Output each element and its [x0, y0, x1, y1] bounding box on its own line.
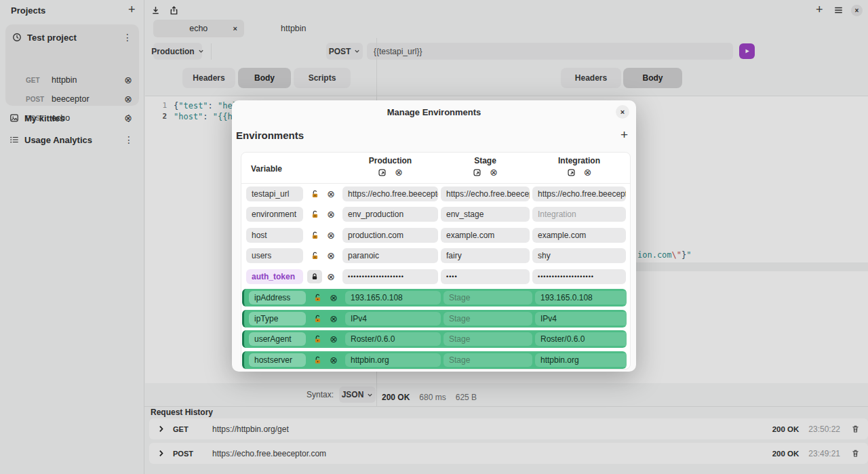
production-value-input[interactable]: IPv4: [345, 312, 441, 325]
unlock-icon[interactable]: [310, 332, 325, 347]
unlock-icon[interactable]: [310, 353, 325, 368]
integration-value-input[interactable]: Integration: [532, 207, 626, 222]
manage-environments-modal: Manage Environments × Environments + Var…: [232, 100, 636, 372]
production-value-input[interactable]: Roster/0.6.0: [345, 332, 441, 346]
modal-title: Manage Environments: [232, 107, 636, 117]
variable-column-header: Variable: [251, 164, 282, 174]
lock-icon[interactable]: [307, 270, 322, 283]
unlock-icon[interactable]: [307, 248, 322, 263]
environments-section-title: Environments: [236, 130, 304, 141]
stage-value-input[interactable]: ••••: [441, 269, 530, 284]
variable-name-input[interactable]: testapi_url: [246, 186, 303, 201]
stage-value-input[interactable]: example.com: [441, 228, 530, 243]
column-header-production: Production: [342, 156, 438, 165]
integration-value-input[interactable]: shy: [532, 248, 626, 263]
variable-name-input[interactable]: hostserver: [249, 353, 306, 367]
integration-value-input[interactable]: IPv4: [535, 312, 629, 325]
environments-table: Variable Production Stage Integration ⊗ …: [241, 152, 631, 370]
integration-value-input[interactable]: example.com: [532, 228, 626, 243]
integration-value-input[interactable]: 193.165.0.108: [535, 291, 629, 304]
delete-variable-icon[interactable]: ⊗: [330, 314, 338, 323]
unlock-icon[interactable]: [307, 186, 322, 201]
production-header-actions: ⊗: [342, 167, 438, 177]
variable-row-testapi-url: testapi_url ⊗ https://echo.free.beecepto…: [241, 186, 631, 201]
column-header-stage: Stage: [441, 156, 530, 165]
variable-name-input[interactable]: users: [246, 248, 303, 263]
delete-variable-icon[interactable]: ⊗: [330, 293, 338, 302]
delete-variable-icon[interactable]: ⊗: [327, 251, 335, 260]
delete-variable-icon[interactable]: ⊗: [330, 334, 338, 344]
variable-name-input[interactable]: ipType: [249, 312, 306, 325]
stage-value-input[interactable]: env_stage: [441, 207, 530, 222]
integration-value-input[interactable]: https://echo.free.beecepto: [532, 186, 626, 201]
variable-row-useragent: userAgent ⊗ Roster/0.6.0 Stage Roster/0.…: [242, 330, 627, 348]
variable-name-input[interactable]: ipAddress: [249, 291, 306, 304]
production-value-input[interactable]: paranoic: [342, 248, 438, 263]
stage-value-input[interactable]: Stage: [443, 312, 532, 325]
stage-header-actions: ⊗: [441, 167, 530, 177]
add-environment-button[interactable]: +: [620, 127, 628, 142]
unlock-icon[interactable]: [310, 290, 325, 305]
stage-value-input[interactable]: Stage: [443, 332, 532, 346]
duplicate-environment-icon[interactable]: [378, 168, 387, 177]
variable-row-ipaddress: ipAddress ⊗ 193.165.0.108 Stage 193.165.…: [242, 289, 627, 307]
variable-row-host: host ⊗ production.com example.com exampl…: [241, 228, 631, 243]
delete-variable-icon[interactable]: ⊗: [330, 355, 338, 365]
integration-header-actions: ⊗: [532, 167, 626, 177]
duplicate-environment-icon[interactable]: [473, 168, 481, 177]
delete-environment-icon[interactable]: ⊗: [584, 167, 592, 177]
delete-environment-icon[interactable]: ⊗: [395, 167, 403, 177]
variable-row-environment: environment ⊗ env_production env_stage I…: [241, 207, 631, 222]
production-value-input[interactable]: production.com: [342, 228, 438, 243]
delete-environment-icon[interactable]: ⊗: [490, 167, 498, 177]
variable-row-users: users ⊗ paranoic fairy shy: [241, 248, 631, 263]
production-value-input[interactable]: https://echo.free.beecepto: [342, 186, 438, 201]
column-header-integration: Integration: [532, 156, 626, 165]
stage-value-input[interactable]: fairy: [441, 248, 530, 263]
integration-value-input[interactable]: httpbin.org: [535, 353, 629, 367]
variable-row-auth-token: auth_token ⊗ •••••••••••••••••••• •••• •…: [241, 269, 631, 284]
duplicate-environment-icon[interactable]: [567, 168, 576, 177]
stage-value-input[interactable]: Stage: [443, 291, 532, 304]
production-value-input[interactable]: 193.165.0.108: [345, 291, 441, 304]
variable-name-input[interactable]: userAgent: [249, 332, 306, 346]
delete-variable-icon[interactable]: ⊗: [327, 189, 335, 199]
delete-variable-icon[interactable]: ⊗: [327, 210, 335, 219]
delete-variable-icon[interactable]: ⊗: [327, 231, 335, 240]
unlock-icon[interactable]: [310, 311, 325, 326]
table-header-divider: [241, 183, 630, 184]
api-client-window: Projects + Test project ⋮ GET httpbin ⊗ …: [0, 0, 868, 474]
variable-row-iptype: ipType ⊗ IPv4 Stage IPv4: [242, 310, 627, 328]
variable-name-input[interactable]: auth_token: [246, 269, 303, 284]
integration-value-input[interactable]: ••••••••••••••••••••: [532, 269, 626, 284]
variable-name-input[interactable]: host: [246, 228, 303, 243]
integration-value-input[interactable]: Roster/0.6.0: [535, 332, 629, 346]
unlock-icon[interactable]: [307, 207, 322, 222]
stage-value-input[interactable]: https://echo.free.beecepto: [441, 186, 530, 201]
production-value-input[interactable]: httpbin.org: [345, 353, 441, 367]
production-value-input[interactable]: ••••••••••••••••••••: [342, 269, 438, 284]
variable-name-input[interactable]: environment: [246, 207, 303, 222]
delete-variable-icon[interactable]: ⊗: [327, 272, 335, 281]
unlock-icon[interactable]: [307, 228, 322, 243]
production-value-input[interactable]: env_production: [342, 207, 438, 222]
stage-value-input[interactable]: Stage: [443, 353, 532, 367]
variable-row-hostserver: hostserver ⊗ httpbin.org Stage httpbin.o…: [242, 351, 627, 369]
close-modal-icon[interactable]: ×: [616, 105, 629, 119]
